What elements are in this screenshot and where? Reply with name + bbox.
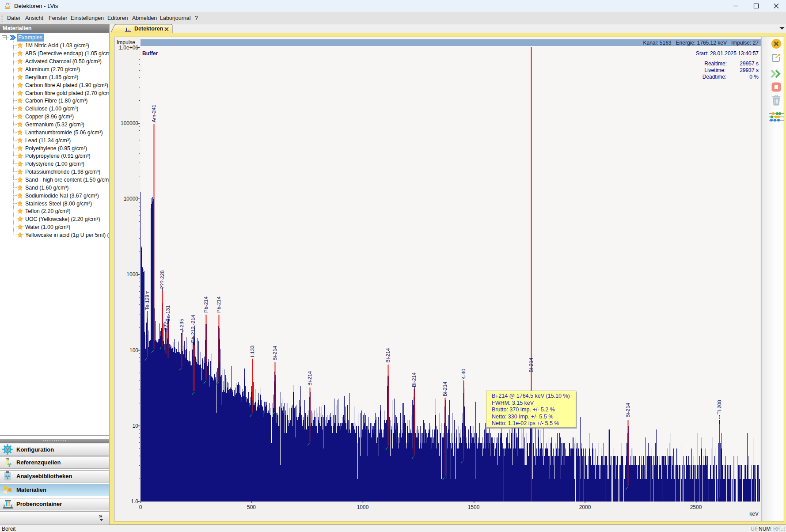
svg-text:U-235: U-235: [179, 319, 184, 333]
svg-text:Tl-208: Tl-208: [717, 400, 722, 414]
svg-text:I-133: I-133: [250, 346, 255, 357]
svg-text:Bi-214: Bi-214: [272, 346, 277, 361]
svg-text:Bi-214: Bi-214: [442, 381, 448, 396]
svg-text:Bi-214: Bi-214: [411, 372, 417, 387]
svg-text:???: ???: [163, 322, 168, 331]
svg-text:Am-241: Am-241: [151, 105, 156, 122]
svg-text:K-40: K-40: [461, 369, 466, 380]
svg-text:Bi-214: Bi-214: [528, 357, 534, 372]
svg-text:Ba-131: Ba-131: [165, 305, 171, 322]
svg-text:Pb-214: Pb-214: [216, 296, 221, 313]
svg-text:???-228: ???-228: [159, 270, 165, 289]
svg-text:Te-129m: Te-129m: [144, 290, 150, 310]
svg-text:Bi-214: Bi-214: [307, 371, 312, 386]
svg-text:Pb-212,-214: Pb-212,-214: [190, 315, 196, 343]
svg-text:Bi-214: Bi-214: [625, 403, 630, 418]
svg-text:Pb-214: Pb-214: [203, 296, 209, 313]
svg-text:Bi-214: Bi-214: [385, 348, 391, 363]
